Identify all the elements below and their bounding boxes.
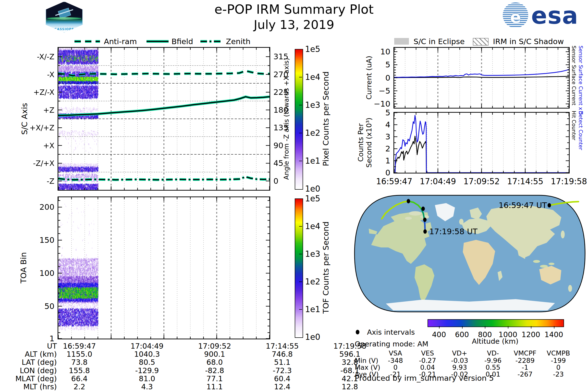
cb1-tick-1e1: 1e1 xyxy=(305,156,320,166)
cb1-tickmark xyxy=(299,77,302,78)
cb1-tickmark xyxy=(299,105,302,105)
aurora-icon xyxy=(47,17,81,20)
station-cell: 17:19:58 xyxy=(334,342,366,350)
cb2-tick-1e4: 1e4 xyxy=(305,222,320,231)
station-cell: 51.1 xyxy=(274,358,290,366)
esa-logo: esa xyxy=(531,2,578,30)
sc_axis-plot xyxy=(57,47,270,191)
station-row-label-UT: UT xyxy=(0,342,57,350)
station-cell: 155.8 xyxy=(69,366,90,375)
voltage-cell: 0.01 xyxy=(486,370,500,378)
station-cell: 4.3 xyxy=(141,382,153,391)
world-map xyxy=(354,195,586,312)
cb2-tick-1e3: 1e3 xyxy=(305,249,320,259)
cb1-tick-1e3: 1e3 xyxy=(305,100,320,110)
voltage-col-VD-: VD- xyxy=(487,349,499,357)
counts-ytick-4: 4 xyxy=(386,120,390,129)
current-ylabel: Current (uA) xyxy=(365,56,373,100)
station-cell: 1040.3 xyxy=(134,350,160,358)
station-row-label-MLAT (deg): MLAT (deg) xyxy=(0,374,57,383)
eclipse-legend-label: S/C in Eclipse xyxy=(414,37,465,46)
sc-axis-ytick--X: -X xyxy=(47,70,54,79)
station-cell: -129.9 xyxy=(135,366,159,375)
voltage-cell: -267 xyxy=(518,370,532,378)
station-row-label-ALT (km): ALT (km) xyxy=(0,350,57,358)
voltage-cell: 0 xyxy=(393,364,398,371)
sc-axis-ytick--Z: -Z xyxy=(47,177,54,185)
voltage-cell: -23 xyxy=(553,370,564,378)
station-cell: 17:09:52 xyxy=(198,342,231,350)
voltage-cell: -0.03 xyxy=(451,357,468,364)
patch-label: CASSIOPE xyxy=(46,27,82,31)
counts-ytick-5: 5 xyxy=(386,108,390,117)
cb1-tickmark xyxy=(299,133,302,133)
track-end-time-label: 17:19:58 UT xyxy=(429,227,478,236)
sc-axis-ytick-+X: +X xyxy=(43,141,54,150)
voltage-cell: -0.21 xyxy=(419,370,436,378)
toa-ytick-50: 50 xyxy=(44,302,54,311)
left-legend-samples xyxy=(71,37,292,46)
track-start-time-label: 16:59:47 UT xyxy=(498,201,547,210)
cb2-tickmark xyxy=(299,309,302,310)
cb2-tick-1e0: 1e0 xyxy=(305,332,320,342)
angle-ytick-225: 225 xyxy=(274,88,288,97)
cb1-tick-1e5: 1e5 xyxy=(305,44,320,54)
page-date: July 13, 2019 xyxy=(254,18,334,32)
voltage-cell: -199 xyxy=(551,357,566,364)
axis-interval-marker-icon xyxy=(356,330,360,334)
pixel-colorbar-label: Pixel Counts per Second xyxy=(321,71,330,166)
cb2-tickmark xyxy=(299,254,302,254)
pixel-counts-colorbar xyxy=(295,49,303,190)
station-cell: 77.1 xyxy=(206,374,223,383)
voltage-cell: -1 xyxy=(522,364,528,371)
xtick-17:09:52: 17:09:52 xyxy=(463,177,500,186)
xtick-17:19:58: 17:19:58 xyxy=(551,177,587,186)
current-plot xyxy=(393,47,570,109)
eclipse-legend-swatch xyxy=(394,38,409,44)
toa-bin-ylabel: TOA Bin xyxy=(19,252,28,283)
voltage-cell: 0.55 xyxy=(486,364,500,371)
station-cell: 2.2 xyxy=(74,382,85,391)
altbar-tick-1000: 1000 xyxy=(498,330,517,339)
hit-counter-label: Hit Counter xyxy=(571,111,577,140)
counts-plot xyxy=(393,112,570,174)
shadow-legend-label: IRM in S/C Shadow xyxy=(493,37,564,46)
page-title: e-POP IRM Summary Plot xyxy=(214,2,374,17)
station-cell: 900.1 xyxy=(204,350,225,358)
station-cell: 12.4 xyxy=(274,382,290,391)
esa-globe-e: e xyxy=(510,8,521,27)
station-cell: 60.4 xyxy=(274,374,290,383)
cb2-tick-1e2: 1e2 xyxy=(305,277,320,286)
station-cell: 12.8 xyxy=(342,382,358,391)
sc-axis-ytick--X/-Z: -X/-Z xyxy=(37,52,54,61)
current-ytick-10: 10 xyxy=(380,47,390,56)
altbar-tickmark-600 xyxy=(462,326,462,328)
cb1-tickmark xyxy=(299,161,302,161)
angle-ytick-180: 180 xyxy=(274,105,288,115)
station-cell: 66.4 xyxy=(71,374,88,383)
shadow-legend-swatch xyxy=(473,38,488,46)
voltage-col-VMCPF: VMCPF xyxy=(514,349,536,357)
altitude-colorbar xyxy=(428,319,564,327)
altbar-tickmark-400 xyxy=(439,326,440,328)
cb2-tick-1e5: 1e5 xyxy=(305,194,320,203)
station-cell: 1155.0 xyxy=(67,350,92,358)
station-cell: 17:04:49 xyxy=(130,342,164,350)
station-cell: 746.8 xyxy=(272,350,293,358)
station-row-label-MLT (hrs): MLT (hrs) xyxy=(0,382,57,391)
cb1-tick-1e2: 1e2 xyxy=(305,128,320,138)
cb2-tickmark xyxy=(299,226,302,226)
counts-ytick-2: 2 xyxy=(386,144,390,153)
detect-counter-label: Detect Counter xyxy=(578,111,584,150)
station-cell: 81.0 xyxy=(139,374,155,383)
xtick-17:04:49: 17:04:49 xyxy=(420,177,456,186)
sensor-surface-current-label: Sensor Surface Current xyxy=(571,46,577,105)
sc-axis-ytick-+Z/-X: +Z/-X xyxy=(33,88,54,96)
voltage-row-label-Min (V): Min (V) xyxy=(355,357,378,364)
sc-axis-ylabel: S/C Axis xyxy=(20,103,29,135)
altbar-tick-400: 400 xyxy=(432,330,446,339)
angle-ytick-135: 135 xyxy=(274,123,288,132)
current-ytick-5: 5 xyxy=(386,60,390,69)
sensor-surface-current-x5-label: Sensor Surface Current x 5 xyxy=(578,46,584,115)
altbar-tickmark-1400 xyxy=(554,326,554,328)
